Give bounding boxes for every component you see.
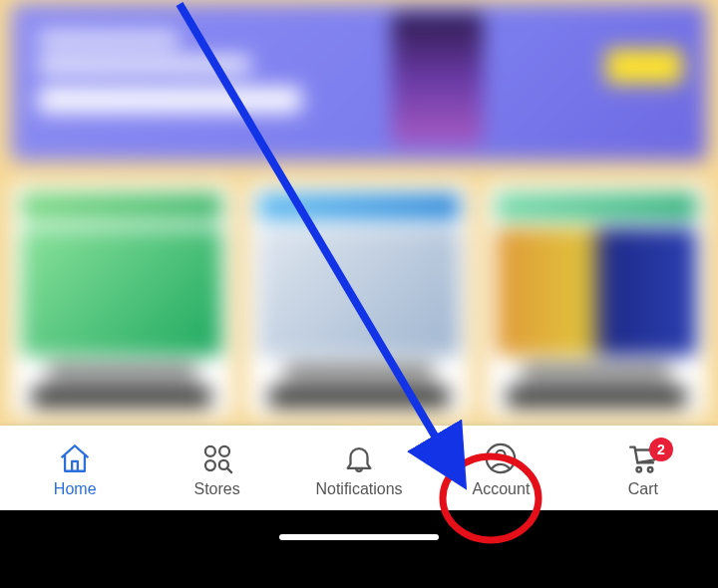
svg-line-4 bbox=[227, 468, 231, 472]
nav-label: Notifications bbox=[315, 480, 402, 498]
svg-point-8 bbox=[648, 467, 653, 472]
promo-banner bbox=[11, 3, 707, 160]
blurred-content bbox=[0, 0, 718, 483]
account-icon bbox=[484, 441, 518, 475]
nav-label: Account bbox=[473, 480, 531, 498]
svg-point-1 bbox=[219, 446, 229, 456]
svg-point-0 bbox=[205, 446, 215, 456]
nav-account[interactable]: Account bbox=[430, 441, 571, 498]
nav-label: Stores bbox=[193, 480, 239, 498]
nav-label: Cart bbox=[628, 480, 658, 498]
categories-icon bbox=[200, 441, 234, 475]
nav-stores[interactable]: Stores bbox=[146, 441, 287, 498]
cart-badge: 2 bbox=[649, 438, 673, 461]
svg-point-2 bbox=[205, 460, 215, 470]
svg-point-6 bbox=[497, 450, 506, 459]
product-card bbox=[248, 183, 470, 418]
bottom-nav: Home Stores Notifications bbox=[0, 426, 718, 510]
nav-cart[interactable]: 2 Cart bbox=[572, 441, 714, 498]
product-card bbox=[11, 183, 232, 418]
nav-notifications[interactable]: Notifications bbox=[288, 441, 430, 498]
system-bottom-bar bbox=[0, 510, 718, 558]
home-indicator[interactable] bbox=[279, 534, 439, 540]
product-card bbox=[486, 183, 707, 418]
product-cards-row bbox=[11, 183, 707, 418]
app-viewport: Home Stores Notifications bbox=[0, 0, 718, 558]
nav-home[interactable]: Home bbox=[4, 441, 146, 498]
svg-point-7 bbox=[636, 467, 641, 472]
bell-icon bbox=[342, 441, 376, 475]
nav-label: Home bbox=[54, 480, 97, 498]
home-icon bbox=[58, 441, 92, 475]
